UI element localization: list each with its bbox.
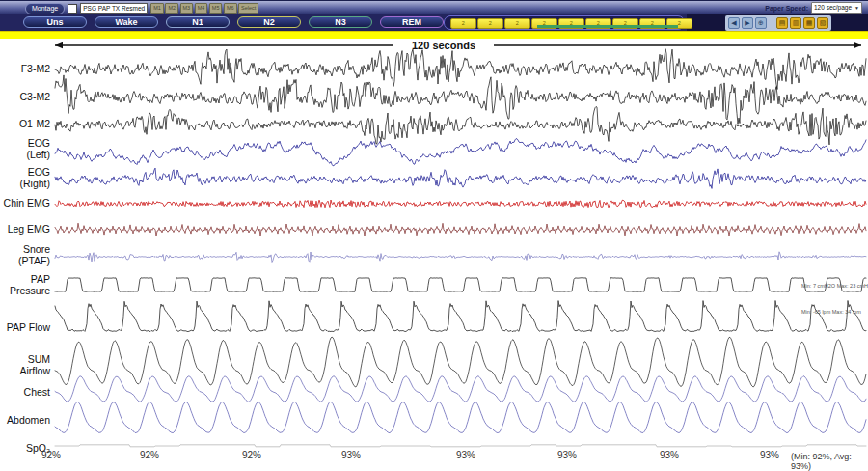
trace-pap-pressure — [55, 278, 866, 291]
paper-speed-value: 120 sec/page — [814, 3, 852, 13]
trace-pap-flow — [55, 301, 866, 332]
nav-icons: ◀▶⊕ — [728, 17, 767, 29]
paper-speed-select[interactable]: 120 sec/page ▼ — [811, 2, 862, 14]
trace-spo2 — [55, 445, 866, 447]
chevron-down-icon: ▼ — [854, 3, 859, 13]
montage-preset-m4[interactable]: M4 — [195, 3, 208, 14]
stage-toolbar: UnsWakeN1N2N3REM 222222222 ◀▶⊕ ▤▥▦▧ — [0, 14, 868, 31]
montage-preset-m1[interactable]: M1 — [150, 3, 164, 14]
stage-button-n1[interactable]: N1 — [166, 16, 230, 28]
report-icon[interactable]: ▤ — [776, 17, 788, 29]
psg-viewer-window: Montage PSG PAP TX Resmed M1M2M3M4M5M6Se… — [0, 0, 868, 471]
back-icon[interactable]: ◀ — [728, 17, 740, 29]
montage-checkbox[interactable] — [68, 4, 77, 14]
montage-preset-buttons: M1M2M3M4M5M6Select — [150, 3, 258, 14]
trace-leg-emg — [55, 223, 866, 236]
sleep-stage-buttons: UnsWakeN1N2N3REM — [23, 16, 444, 30]
tool-icons: ▤▥▦▧ — [776, 17, 828, 29]
montage-preset-m2[interactable]: M2 — [165, 3, 178, 14]
montage-preset-m3[interactable]: M3 — [180, 3, 194, 14]
annotation-pap-pressure: Min: 7 cmH2O Max: 23 cmH2O — [801, 283, 868, 289]
epoch-highlight-bar — [537, 25, 678, 28]
paper-speed-label: Paper Speed: — [765, 5, 808, 12]
trace-snore — [55, 252, 866, 263]
stage-button-rem[interactable]: REM — [380, 16, 444, 28]
trace-o1-m2 — [55, 107, 866, 145]
time-ruler-label: 120 seconds — [412, 40, 475, 51]
trace-abdomen — [55, 402, 866, 432]
montage-name-field[interactable]: PSG PAP TX Resmed — [80, 3, 148, 14]
paper-speed-group: Paper Speed: 120 sec/page ▼ — [765, 2, 862, 14]
annotation-pap-flow: Min: -65 lpm Max: 34 lpm — [801, 309, 861, 315]
montage-button[interactable]: Montage — [25, 3, 65, 14]
trace-chin-emg — [55, 200, 866, 208]
stage-color-band — [0, 31, 868, 39]
trace-eog-left — [55, 139, 866, 166]
montage-group: Montage PSG PAP TX Resmed M1M2M3M4M5M6Se… — [25, 2, 258, 14]
title-toolbar: Montage PSG PAP TX Resmed M1M2M3M4M5M6Se… — [0, 0, 868, 14]
stage-button-uns[interactable]: Uns — [23, 16, 87, 28]
trace-c3-m2 — [55, 75, 866, 124]
stage-button-wake[interactable]: Wake — [95, 16, 158, 28]
trace-eog-right — [55, 168, 866, 188]
epoch-strip: 222222222 — [444, 15, 685, 30]
montage-icon[interactable]: ▥ — [790, 17, 801, 29]
epoch-chip-1[interactable]: 2 — [450, 18, 476, 29]
stage-button-n3[interactable]: N3 — [309, 16, 372, 28]
trace-f3-m2 — [55, 49, 866, 90]
montage-preset-m5[interactable]: M5 — [209, 3, 223, 14]
epoch-chip-2[interactable]: 2 — [477, 18, 503, 29]
montage-preset-m6[interactable]: M6 — [224, 3, 237, 14]
epoch-chip-3[interactable]: 2 — [504, 18, 530, 29]
print-icon[interactable]: ▧ — [817, 17, 828, 29]
montage-preset-select[interactable]: Select — [238, 3, 258, 14]
icons-panel: ◀▶⊕ ▤▥▦▧ — [725, 15, 831, 31]
forward-icon[interactable]: ▶ — [742, 17, 753, 29]
zoom-icon[interactable]: ⊕ — [755, 17, 767, 29]
stage-button-n2[interactable]: N2 — [237, 16, 301, 28]
chart-area[interactable]: 120 secondsMin: 7 cmH2O Max: 23 cmH2OMin… — [0, 39, 868, 471]
settings-icon[interactable]: ▦ — [803, 17, 815, 29]
trace-sum-airflow — [55, 337, 866, 387]
